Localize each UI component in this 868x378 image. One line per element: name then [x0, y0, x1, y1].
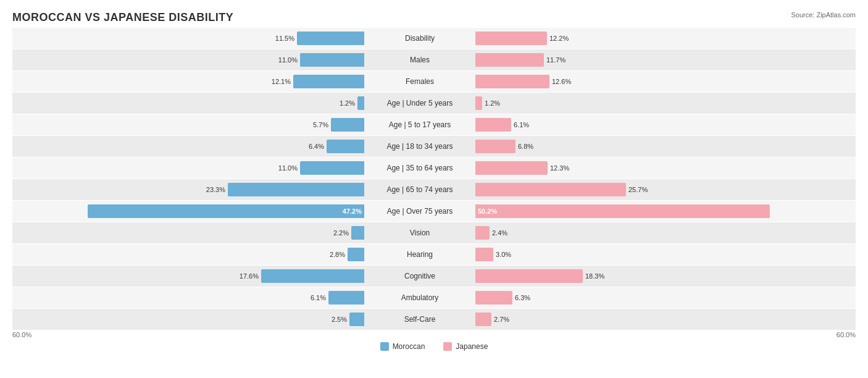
- table-row: 17.6%Cognitive18.3%: [12, 266, 856, 287]
- bar-label: Age | 35 to 64 years: [364, 164, 475, 172]
- bar-pink: [475, 226, 490, 240]
- value-label: 2.8%: [330, 251, 345, 258]
- table-row: 6.1%Ambulatory6.3%: [12, 287, 856, 308]
- table-row: 47.2%Age | Over 75 years50.2%: [12, 201, 856, 222]
- bar-blue: [331, 118, 364, 132]
- bar-pink: [475, 118, 511, 132]
- left-section: 2.2%: [12, 222, 364, 243]
- left-section: 1.2%: [12, 93, 364, 114]
- value-label: 12.3%: [550, 164, 569, 172]
- value-label: 12.1%: [272, 78, 291, 85]
- table-row: 12.1%Females12.6%: [12, 71, 856, 92]
- bar-blue: [351, 226, 364, 240]
- bar-label: Age | 65 to 74 years: [364, 185, 475, 194]
- legend-moroccan: Moroccan: [380, 342, 425, 351]
- bar-pink: 50.2%: [475, 204, 770, 218]
- left-section: 23.3%: [12, 179, 364, 200]
- bar-pink: [475, 75, 549, 88]
- value-label: 6.4%: [309, 143, 324, 150]
- bar-blue: [293, 75, 364, 88]
- table-row: 1.2%Age | Under 5 years1.2%: [12, 93, 856, 114]
- bar-pink: [475, 161, 548, 175]
- right-section: 6.1%: [475, 114, 827, 135]
- chart-container: MOROCCAN VS JAPANESE DISABILITY Source: …: [0, 0, 868, 378]
- bar-label: Males: [364, 56, 475, 64]
- value-label: 2.7%: [494, 316, 509, 323]
- bar-label: Age | 5 to 17 years: [364, 120, 475, 129]
- axis-left: 60.0%: [12, 331, 31, 338]
- left-section: 11.0%: [12, 158, 364, 178]
- bar-pink: [475, 269, 583, 283]
- axis-right: 60.0%: [837, 331, 856, 338]
- bar-blue: [349, 313, 364, 326]
- chart-title: MOROCCAN VS JAPANESE DISABILITY: [12, 11, 856, 24]
- right-section: 18.3%: [475, 266, 827, 287]
- right-section: 2.4%: [475, 222, 827, 243]
- value-label: 12.6%: [552, 78, 571, 85]
- bar-pink: [475, 32, 547, 45]
- left-section: 6.1%: [12, 287, 364, 308]
- legend-moroccan-label: Moroccan: [393, 342, 425, 351]
- value-label: 1.2%: [485, 99, 500, 107]
- bar-label: Disability: [364, 34, 475, 43]
- bar-blue: [300, 53, 364, 67]
- bar-label: Vision: [364, 229, 475, 237]
- bar-blue: [328, 291, 364, 304]
- bar-pink: [475, 248, 493, 261]
- source-label: Source: ZipAtlas.com: [791, 11, 856, 19]
- value-label: 6.8%: [518, 143, 533, 150]
- left-section: 47.2%: [12, 201, 364, 222]
- bar-blue: [228, 183, 364, 196]
- value-label: 6.1%: [514, 121, 529, 128]
- bar-blue: [297, 32, 364, 45]
- bar-pink: [475, 183, 626, 196]
- legend-moroccan-box: [380, 342, 389, 351]
- bars-area: 11.5%Disability12.2%11.0%Males11.7%12.1%…: [12, 28, 856, 330]
- left-section: 11.0%: [12, 49, 364, 70]
- bar-blue: 47.2%: [88, 204, 364, 218]
- bar-label: Age | Under 5 years: [364, 99, 475, 107]
- right-section: 6.3%: [475, 287, 827, 308]
- left-section: 2.8%: [12, 244, 364, 265]
- value-label: 47.2%: [343, 208, 362, 215]
- table-row: 11.0%Males11.7%: [12, 49, 856, 70]
- table-row: 2.8%Hearing3.0%: [12, 244, 856, 265]
- value-label: 11.7%: [546, 56, 565, 64]
- right-section: 3.0%: [475, 244, 827, 265]
- bar-label: Age | 18 to 34 years: [364, 142, 475, 151]
- right-section: 12.6%: [475, 71, 827, 92]
- right-section: 12.2%: [475, 28, 827, 49]
- bar-blue: [261, 269, 364, 283]
- legend-japanese-box: [443, 342, 452, 351]
- bar-blue: [357, 96, 364, 110]
- table-row: 11.0%Age | 35 to 64 years12.3%: [12, 158, 856, 178]
- bar-pink: [475, 96, 482, 110]
- left-section: 2.5%: [12, 309, 364, 330]
- value-label: 5.7%: [313, 121, 328, 128]
- left-section: 12.1%: [12, 71, 364, 92]
- table-row: 11.5%Disability12.2%: [12, 28, 856, 49]
- value-label: 3.0%: [496, 251, 511, 258]
- bar-pink: [475, 313, 491, 326]
- value-label: 25.7%: [628, 186, 648, 193]
- value-label: 50.2%: [478, 208, 497, 215]
- value-label: 18.3%: [585, 272, 604, 280]
- bar-label: Ambulatory: [364, 293, 475, 302]
- table-row: 2.2%Vision2.4%: [12, 222, 856, 243]
- value-label: 1.2%: [340, 99, 355, 107]
- legend: Moroccan Japanese: [12, 342, 856, 351]
- bar-blue: [348, 248, 364, 261]
- left-section: 5.7%: [12, 114, 364, 135]
- value-label: 17.6%: [240, 272, 259, 280]
- left-section: 17.6%: [12, 266, 364, 287]
- bar-pink: [475, 53, 544, 67]
- table-row: 6.4%Age | 18 to 34 years6.8%: [12, 136, 856, 157]
- bar-pink: [475, 291, 512, 304]
- right-section: 2.7%: [475, 309, 827, 330]
- table-row: 2.5%Self-Care2.7%: [12, 309, 856, 330]
- bar-label: Hearing: [364, 250, 475, 259]
- value-label: 23.3%: [206, 186, 225, 193]
- bar-label: Females: [364, 77, 475, 86]
- right-section: 6.8%: [475, 136, 827, 157]
- value-label: 6.3%: [515, 294, 530, 301]
